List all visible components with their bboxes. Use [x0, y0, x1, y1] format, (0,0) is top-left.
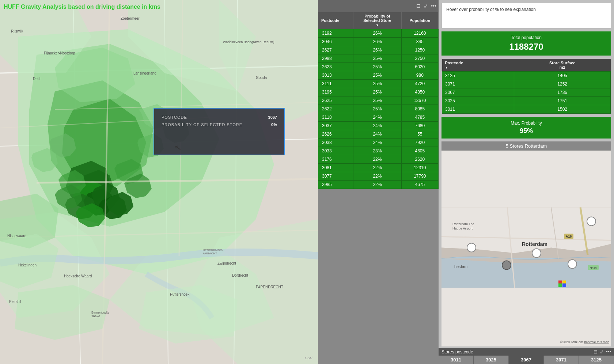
cell-probability: 24%	[353, 130, 401, 139]
cell-probability: 24%	[353, 113, 401, 122]
cell-postcode: 2623	[318, 63, 353, 71]
improve-map-link[interactable]: Improve this map	[584, 340, 609, 344]
cell-postcode: 3118	[318, 113, 353, 122]
cell-population: 13670	[401, 96, 438, 105]
max-probability-box: Max. Probability 95%	[441, 117, 611, 139]
map-background	[0, 0, 318, 364]
svg-text:hiedam: hiedam	[454, 264, 467, 269]
cell-probability: 26%	[353, 29, 401, 38]
table-row: 3111 25% 4720	[318, 80, 439, 88]
bar-expand-icon[interactable]: ⤢	[600, 349, 604, 354]
data-column: ⊟ ⤢ ••• Postcode Probability ofSelected …	[318, 0, 439, 364]
table-row: 3118 24% 4785	[318, 113, 439, 122]
filter-icon[interactable]: ⊟	[416, 3, 421, 9]
cell-population: 12310	[401, 164, 438, 172]
svg-text:Rotterdam The: Rotterdam The	[452, 222, 474, 226]
table-toolbar: ⊟ ⤢ •••	[318, 0, 439, 12]
cell-population: 4675	[401, 181, 438, 189]
cell-probability: 22%	[353, 155, 401, 164]
map-title: HUFF Gravity Analysis based on driving d…	[4, 4, 160, 10]
cell-probability: 26%	[353, 46, 401, 54]
more-icon[interactable]: •••	[431, 3, 436, 9]
table-row: 2626 24% 55	[318, 130, 439, 139]
mini-map-canvas: A16 N319 Rotterdam hiedam Rotterdam The …	[441, 151, 611, 345]
cell-probability: 25%	[353, 80, 401, 88]
svg-point-63	[532, 249, 541, 258]
cell-population: 8085	[401, 105, 438, 113]
cell-population: 4850	[401, 88, 438, 96]
store-cell-postcode: 3125	[442, 72, 514, 80]
mini-map-attr: ©2020 TomTom Improve this map	[560, 340, 609, 344]
cell-postcode: 2622	[318, 105, 353, 113]
cell-postcode: 3038	[318, 139, 353, 147]
cell-probability: 24%	[353, 122, 401, 130]
stores-bar: Stores postcode ⊟ ⤢ ••• 3011302530673071…	[439, 348, 614, 364]
cell-postcode: 2626	[318, 130, 353, 139]
cell-probability: 25%	[353, 105, 401, 113]
stores-bar-title: Stores postcode	[441, 349, 473, 354]
store-pc-item-3011[interactable]: 3011	[439, 356, 474, 364]
cell-postcode: 3037	[318, 122, 353, 130]
hover-info-box: Hover over probability of % to see expla…	[441, 3, 611, 29]
mini-map-title: 5 Stores Rotterdam	[441, 141, 611, 151]
cell-probability: 26%	[353, 38, 401, 46]
svg-marker-42	[139, 285, 238, 344]
table-row: 3077 22% 17790	[318, 172, 439, 181]
store-cell-postcode: 3025	[442, 97, 514, 105]
cell-postcode: 3013	[318, 71, 353, 80]
svg-text:A16: A16	[566, 235, 572, 238]
store-pc-item-3125[interactable]: 3125	[579, 356, 614, 364]
table-row: 2622 25% 8085	[318, 105, 439, 113]
cell-population: 4605	[401, 147, 438, 155]
cell-postcode: 3046	[318, 38, 353, 46]
hover-info-text: Hover over probability of % to see expla…	[446, 7, 536, 12]
tooltip-prob-label: PROBABILITY OF SELECTED STORE	[162, 122, 242, 127]
expand-icon[interactable]: ⤢	[424, 3, 428, 9]
store-table-row: 3011 1502	[442, 105, 611, 114]
cell-population: 345	[401, 38, 438, 46]
cell-probability: 22%	[353, 172, 401, 181]
mini-map-section: 5 Stores Rotterdam	[441, 141, 611, 346]
store-pc-item-3067[interactable]: 3067	[509, 356, 544, 364]
svg-text:Hague Airport: Hague Airport	[452, 227, 473, 230]
col-population: Population	[401, 12, 438, 29]
cell-probability: 24%	[353, 139, 401, 147]
store-cell-postcode: 3011	[442, 105, 514, 114]
cell-population: 6020	[401, 63, 438, 71]
cell-probability: 25%	[353, 54, 401, 63]
table-body: 3192 26% 12160 3046 26% 345 2627 26% 125…	[318, 29, 439, 189]
cell-population: 12160	[401, 29, 438, 38]
cell-postcode: 2988	[318, 54, 353, 63]
store-col-postcode: Postcode▼	[442, 59, 514, 72]
bar-icons: ⊟ ⤢ •••	[594, 349, 611, 354]
store-cell-surface: 1502	[514, 105, 611, 114]
bar-more-icon[interactable]: •••	[606, 349, 611, 354]
table-row: 3037 24% 7680	[318, 122, 439, 130]
store-cell-surface: 1736	[514, 88, 611, 97]
table-row: 3176 22% 2620	[318, 155, 439, 164]
table-row: 3033 23% 4605	[318, 147, 439, 155]
table-row: 2623 25% 6020	[318, 63, 439, 71]
map-tooltip: POSTCODE 3067 PROBABILITY OF SELECTED ST…	[154, 108, 285, 155]
stores-postcode-list: 30113025306730713125	[439, 356, 614, 364]
cell-probability: 25%	[353, 63, 401, 71]
cell-postcode: 2627	[318, 46, 353, 54]
store-pc-item-3071[interactable]: 3071	[544, 356, 579, 364]
table-row: 3046 26% 345	[318, 38, 439, 46]
cell-population: 17790	[401, 172, 438, 181]
cell-postcode: 2985	[318, 181, 353, 189]
cell-population: 4785	[401, 113, 438, 122]
max-prob-label: Max. Probability	[446, 121, 607, 126]
store-cell-postcode: 3067	[442, 88, 514, 97]
store-col-surface: Store Surfacem2	[514, 59, 611, 72]
cell-postcode: 3192	[318, 29, 353, 38]
store-pc-item-3025[interactable]: 3025	[474, 356, 509, 364]
cell-postcode: 3111	[318, 80, 353, 88]
svg-rect-68	[562, 284, 566, 287]
info-column: Hover over probability of % to see expla…	[439, 0, 614, 364]
cell-population: 7680	[401, 122, 438, 130]
cell-probability: 23%	[353, 147, 401, 155]
cell-postcode: 3195	[318, 88, 353, 96]
bar-filter-icon[interactable]: ⊟	[594, 349, 598, 354]
cell-population: 2750	[401, 54, 438, 63]
